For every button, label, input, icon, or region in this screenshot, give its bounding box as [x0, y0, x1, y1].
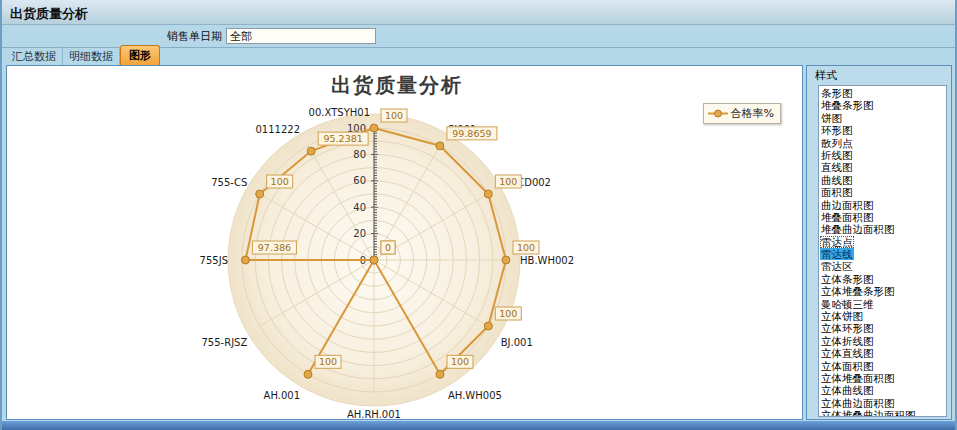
- svg-text:0: 0: [385, 242, 391, 253]
- style-option[interactable]: 立体折线图: [820, 335, 946, 347]
- style-option[interactable]: 立体饼图: [820, 310, 946, 322]
- sales-date-input[interactable]: [226, 28, 376, 44]
- chart-style-listbox[interactable]: 条形图堆叠条形图饼图环形图散列点折线图直线图曲线图面积图曲边面积图堆叠面积图堆叠…: [818, 85, 947, 417]
- legend-series-marker-icon: [708, 109, 728, 118]
- style-option[interactable]: 立体条形图: [820, 273, 946, 285]
- style-option[interactable]: 立体堆叠条形图: [820, 285, 946, 297]
- svg-text:755-RJSZ: 755-RJSZ: [201, 337, 247, 348]
- svg-text:100: 100: [451, 356, 469, 367]
- svg-text:0111222: 0111222: [255, 124, 300, 135]
- style-option[interactable]: 直线图: [820, 161, 946, 173]
- chart-panel: 出货质量分析 合格率% 02040608010000.XTSYH01SJ001S…: [6, 65, 803, 420]
- app-window: 出货质量分析 销售单日期 汇总数据 明细数据 图形 出货质量分析 合格率% 02…: [0, 0, 957, 430]
- svg-text:95.2381: 95.2381: [323, 133, 362, 144]
- svg-text:HB.WH002: HB.WH002: [520, 255, 574, 266]
- style-option[interactable]: 面积图: [820, 186, 946, 198]
- svg-text:100: 100: [499, 176, 517, 187]
- style-option[interactable]: 折线图: [820, 149, 946, 161]
- svg-text:40: 40: [353, 202, 366, 213]
- svg-text:20: 20: [353, 228, 366, 239]
- style-option[interactable]: 曲边面积图: [820, 199, 946, 211]
- tab-summary-data[interactable]: 汇总数据: [6, 47, 63, 65]
- style-option[interactable]: 雷达点: [820, 236, 946, 248]
- main-area: 出货质量分析 合格率% 02040608010000.XTSYH01SJ001S…: [2, 65, 955, 421]
- style-option[interactable]: 堆叠条形图: [820, 99, 946, 111]
- svg-text:00.XTSYH01: 00.XTSYH01: [309, 107, 370, 118]
- chart-legend: 合格率%: [703, 103, 781, 124]
- style-option[interactable]: 条形图: [820, 87, 946, 99]
- style-option[interactable]: 堆叠面积图: [820, 211, 946, 223]
- svg-text:100: 100: [499, 308, 517, 319]
- style-option[interactable]: 立体堆叠曲边面积图: [820, 409, 946, 417]
- svg-text:100: 100: [271, 176, 289, 187]
- style-option[interactable]: 立体曲线图: [820, 384, 946, 396]
- tab-detail-data[interactable]: 明细数据: [63, 47, 120, 65]
- style-panel-title: 样式: [813, 68, 947, 85]
- legend-series-label: 合格率%: [731, 106, 774, 121]
- svg-text:100: 100: [319, 356, 337, 367]
- style-option[interactable]: 环形图: [820, 124, 946, 136]
- style-option[interactable]: 雷达区: [820, 260, 946, 272]
- svg-text:755-CS: 755-CS: [211, 177, 247, 188]
- style-option[interactable]: 立体堆叠面积图: [820, 372, 946, 384]
- svg-text:BJ.001: BJ.001: [501, 337, 533, 348]
- radar-chart: 02040608010000.XTSYH01SJ001SC.CD002HB.WH…: [7, 66, 802, 419]
- svg-text:99.8659: 99.8659: [452, 128, 491, 139]
- tab-bar: 汇总数据 明细数据 图形: [2, 47, 955, 65]
- filter-row: 销售单日期: [2, 25, 955, 47]
- style-option[interactable]: 雷达线: [820, 248, 946, 260]
- style-option[interactable]: 堆叠曲边面积图: [820, 223, 946, 235]
- svg-text:80: 80: [353, 149, 366, 160]
- style-option[interactable]: 饼图: [820, 112, 946, 124]
- chart-title: 出货质量分析: [7, 72, 787, 99]
- svg-text:755JS: 755JS: [200, 255, 228, 266]
- svg-text:60: 60: [353, 175, 366, 186]
- svg-text:AH.001: AH.001: [264, 390, 300, 401]
- style-option[interactable]: 曲线图: [820, 174, 946, 186]
- sales-date-label: 销售单日期: [167, 29, 222, 44]
- style-option[interactable]: 曼哈顿三维: [820, 298, 946, 310]
- style-option[interactable]: 立体曲边面积图: [820, 397, 946, 409]
- style-option[interactable]: 立体环形图: [820, 322, 946, 334]
- tab-graph[interactable]: 图形: [120, 45, 160, 65]
- style-option[interactable]: 立体面积图: [820, 360, 946, 372]
- svg-text:100: 100: [385, 110, 403, 121]
- bottom-status-bar: [2, 421, 955, 430]
- svg-text:AH.WH005: AH.WH005: [448, 390, 502, 401]
- style-panel: 样式 条形图堆叠条形图饼图环形图散列点折线图直线图曲线图面积图曲边面积图堆叠面积…: [806, 65, 952, 420]
- svg-text:AH.RH.001: AH.RH.001: [347, 409, 401, 419]
- page-title: 出货质量分析: [2, 0, 955, 25]
- svg-text:97.386: 97.386: [258, 242, 291, 253]
- svg-text:100: 100: [517, 242, 535, 253]
- style-option[interactable]: 立体直线图: [820, 347, 946, 359]
- style-option[interactable]: 散列点: [820, 137, 946, 149]
